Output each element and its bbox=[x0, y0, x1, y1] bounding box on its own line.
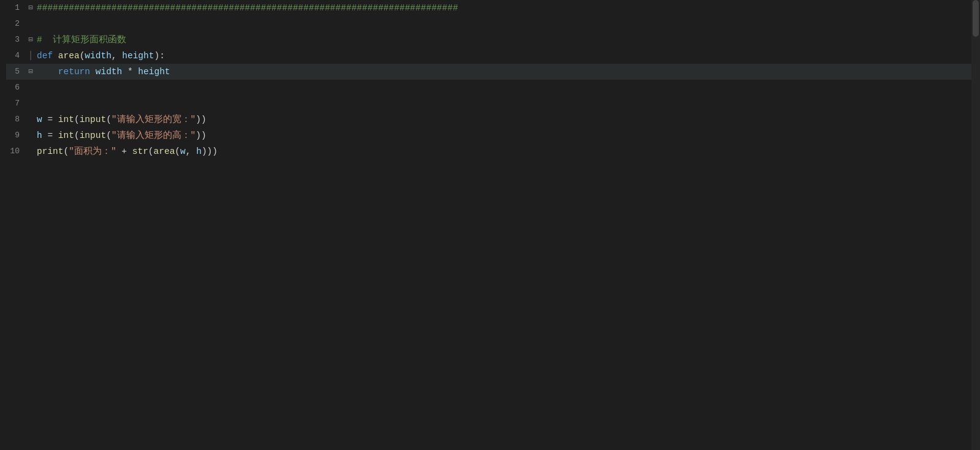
line-code: return width * height bbox=[37, 64, 974, 80]
code-token: w bbox=[180, 147, 186, 156]
line-number: 7 bbox=[6, 96, 25, 112]
line-code: w = int(input("请输入矩形的宽：")) bbox=[37, 112, 974, 128]
code-line: 7 bbox=[6, 96, 974, 112]
code-token: ( bbox=[106, 115, 112, 124]
line-number: 9 bbox=[6, 128, 25, 143]
code-token: , bbox=[186, 147, 196, 156]
code-line: 5⊟ return width * height bbox=[6, 64, 974, 80]
code-token: 计算矩形面积函数 bbox=[53, 35, 126, 45]
code-token: height bbox=[122, 51, 154, 61]
code-token: area bbox=[58, 51, 80, 61]
code-token: ( bbox=[106, 131, 112, 140]
code-token bbox=[90, 67, 96, 77]
code-token: "请输入矩形的宽：" bbox=[112, 115, 196, 124]
code-token: input bbox=[80, 115, 107, 124]
code-token: )) bbox=[196, 131, 206, 140]
code-line: 2 bbox=[6, 16, 974, 32]
line-code: ########################################… bbox=[37, 0, 974, 16]
code-token: ########################################… bbox=[37, 3, 458, 13]
code-token: int bbox=[58, 131, 74, 140]
code-token: ( bbox=[148, 147, 154, 156]
code-token: width bbox=[96, 67, 123, 77]
code-token: w bbox=[37, 115, 42, 124]
fold-bot-icon: ⊟ bbox=[28, 64, 32, 80]
code-line: 1⊟######################################… bbox=[6, 0, 974, 16]
code-token: )) bbox=[196, 115, 206, 124]
scrollbar-track[interactable] bbox=[971, 0, 980, 450]
code-token: "面积为：" bbox=[69, 147, 116, 156]
code-token: input bbox=[80, 131, 107, 140]
line-code: h = int(input("请输入矩形的高：")) bbox=[37, 128, 974, 143]
code-token: int bbox=[58, 115, 74, 124]
code-token: = bbox=[42, 131, 58, 140]
line-code: # 计算矩形面积函数 bbox=[37, 32, 974, 48]
code-token bbox=[53, 51, 58, 61]
code-token: # bbox=[37, 35, 53, 45]
code-line: 10print("面积为：" + str(area(w, h))) bbox=[6, 143, 974, 159]
code-token: area bbox=[154, 147, 175, 156]
code-token: print bbox=[37, 147, 64, 156]
line-number: 3 bbox=[6, 32, 25, 48]
code-line: 6 bbox=[6, 80, 974, 96]
code-token: h bbox=[196, 147, 202, 156]
code-token: ))) bbox=[202, 147, 218, 156]
code-token: height bbox=[138, 67, 170, 77]
code-token: + bbox=[116, 147, 132, 156]
code-token bbox=[37, 67, 58, 77]
line-number: 4 bbox=[6, 48, 25, 64]
code-area[interactable]: 1⊟######################################… bbox=[0, 0, 980, 450]
line-code: def area(width, height): bbox=[37, 48, 974, 64]
line-number: 5 bbox=[6, 64, 25, 80]
line-number: 8 bbox=[6, 112, 25, 128]
code-token: ( bbox=[74, 131, 80, 140]
scrollbar-thumb[interactable] bbox=[973, 0, 979, 37]
fold-icon[interactable]: ⊟ bbox=[28, 32, 32, 48]
code-token: h bbox=[37, 131, 42, 140]
code-token: return bbox=[58, 67, 90, 77]
line-number: 10 bbox=[6, 143, 25, 159]
code-token: str bbox=[132, 147, 148, 156]
editor-container: 1⊟######################################… bbox=[0, 0, 980, 450]
code-token: width bbox=[85, 51, 112, 61]
line-number: 2 bbox=[6, 16, 25, 32]
code-token: ( bbox=[74, 115, 80, 124]
code-token: def bbox=[37, 51, 53, 61]
fold-icon[interactable]: | bbox=[28, 48, 34, 64]
code-line: 3⊟# 计算矩形面积函数 bbox=[6, 32, 974, 48]
code-token: * bbox=[122, 67, 138, 77]
code-line: 4|def area(width, height): bbox=[6, 48, 974, 64]
code-token: ( bbox=[175, 147, 180, 156]
line-code: print("面积为：" + str(area(w, h))) bbox=[37, 143, 974, 159]
fold-icon[interactable]: ⊟ bbox=[28, 0, 32, 16]
code-token: ): bbox=[154, 51, 164, 61]
code-token: = bbox=[42, 115, 58, 124]
code-token: ( bbox=[64, 147, 69, 156]
line-number: 1 bbox=[6, 0, 25, 16]
line-number: 6 bbox=[6, 80, 25, 96]
code-token: "请输入矩形的高：" bbox=[112, 131, 196, 140]
code-line: 8w = int(input("请输入矩形的宽：")) bbox=[6, 112, 974, 128]
code-token: , bbox=[112, 51, 122, 61]
code-line: 9h = int(input("请输入矩形的高：")) bbox=[6, 128, 974, 143]
